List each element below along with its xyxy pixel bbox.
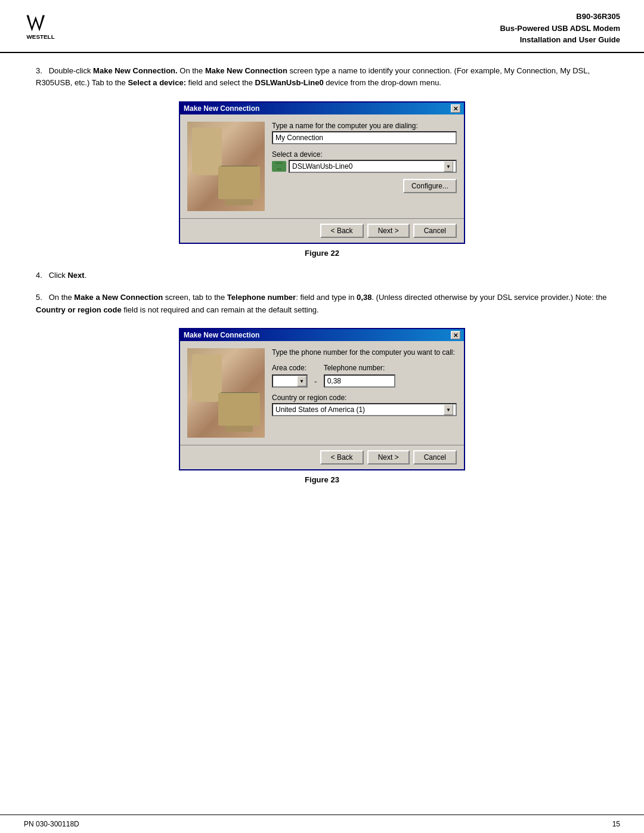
dialog1-body: Type a name for the computer you are dia… xyxy=(180,114,464,218)
step3-text: 3. Double-click Make New Connection. On … xyxy=(36,65,608,90)
svg-rect-3 xyxy=(277,168,281,170)
dialog1-next-button[interactable]: Next > xyxy=(367,224,410,238)
dialog1-titlebar: Make New Connection ✕ xyxy=(180,103,464,114)
model-number: B90-36R305 xyxy=(500,11,620,23)
telephone-label: Telephone number: xyxy=(324,364,395,372)
monitor-illustration xyxy=(218,166,260,199)
dialog1-title: Make New Connection xyxy=(184,104,259,113)
step5-number: 5. xyxy=(36,293,42,302)
product-name: Bus-Powered USB ADSL Modem xyxy=(500,23,620,35)
country-arrow-icon: ▼ xyxy=(444,404,453,415)
phone-separator: - xyxy=(312,377,319,386)
guide-title: Installation and User Guide xyxy=(500,34,620,46)
device-select-value: DSLWanUsb-Line0 xyxy=(292,162,352,171)
telephone-input[interactable] xyxy=(324,374,395,388)
country-section: Country or region code: United States of… xyxy=(272,394,457,416)
dialog1: Make New Connection ✕ Type a name for th… xyxy=(179,101,465,244)
phone-illustration2 xyxy=(192,354,222,402)
monitor-illustration2 xyxy=(218,393,260,426)
dialog2-top-label: Type the phone number for the computer y… xyxy=(272,348,457,357)
monitor-base2 xyxy=(225,426,253,432)
dialog1-close-button[interactable]: ✕ xyxy=(451,104,460,113)
step5-bold1: Make a New Connection xyxy=(74,293,163,302)
dialog1-name-label: Type a name for the computer you are dia… xyxy=(272,122,457,130)
figure23-caption: Figure 23 xyxy=(36,475,608,484)
dialog1-footer: < Back Next > Cancel xyxy=(180,218,464,243)
page-header: WESTELL B90-36R305 Bus-Powered USB ADSL … xyxy=(0,0,644,53)
footer-page: 15 xyxy=(612,820,620,828)
step5-bold4: Country or region code xyxy=(36,305,122,314)
device-icon xyxy=(272,161,286,172)
area-code-label: Area code: xyxy=(272,364,308,372)
figure23-container: Make New Connection ✕ Type the phone num… xyxy=(36,328,608,470)
figure22-container: Make New Connection ✕ Type a name for th… xyxy=(36,101,608,244)
step3-number: 3. xyxy=(36,66,42,75)
country-select-dropdown[interactable]: United States of America (1) ▼ xyxy=(272,403,457,416)
step5-bold3: 0,38 xyxy=(357,293,371,302)
dialog2-footer: < Back Next > Cancel xyxy=(180,445,464,469)
dialog2: Make New Connection ✕ Type the phone num… xyxy=(179,328,465,470)
configure-button[interactable]: Configure... xyxy=(403,179,457,193)
footer-pn: PN 030-300118D xyxy=(24,820,79,828)
svg-rect-2 xyxy=(275,162,283,164)
step5-text: 5. On the Make a New Connection screen, … xyxy=(36,292,608,317)
dialog1-cancel-button[interactable]: Cancel xyxy=(413,224,457,238)
company-logo: WESTELL xyxy=(24,11,78,42)
step3-bold1: Make New Connection. xyxy=(93,66,178,75)
area-code-value xyxy=(273,377,275,385)
connection-name-input[interactable] xyxy=(272,131,457,144)
svg-text:WESTELL: WESTELL xyxy=(27,33,55,40)
dialog2-body: Type the phone number for the computer y… xyxy=(180,341,464,445)
device-select-dropdown[interactable]: DSLWanUsb-Line0 ▼ xyxy=(289,160,457,173)
step4-number: 4. xyxy=(36,271,42,280)
phone-illustration xyxy=(192,128,222,175)
dialog1-label1: Type a name for the computer you are dia… xyxy=(272,122,457,144)
select-arrow-icon: ▼ xyxy=(444,161,453,172)
dialog2-titlebar: Make New Connection ✕ xyxy=(180,329,464,341)
dialog1-device-section: Select a device: DSLWanUsb-Line0 xyxy=(272,150,457,173)
area-code-arrow-icon: ▼ xyxy=(297,376,306,386)
dialog2-back-button[interactable]: < Back xyxy=(320,450,364,465)
country-value: United States of America (1) xyxy=(275,405,365,414)
dialog2-close-button[interactable]: ✕ xyxy=(451,331,460,339)
header-title-block: B90-36R305 Bus-Powered USB ADSL Modem In… xyxy=(500,11,620,46)
monitor-base xyxy=(225,199,253,205)
phone-number-row: Area code: ▼ - Telephone number: xyxy=(272,364,457,388)
area-code-field: Area code: ▼ xyxy=(272,364,308,388)
dialog2-form: Type the phone number for the computer y… xyxy=(272,348,457,438)
main-content: 3. Double-click Make New Connection. On … xyxy=(0,53,644,509)
dialog2-title: Make New Connection xyxy=(184,331,259,339)
dialog1-device-label: Select a device: xyxy=(272,150,457,159)
step3-bold4: DSLWanUsb-Line0 xyxy=(255,78,324,87)
step5-bold2: Telephone number xyxy=(227,293,296,302)
dialog1-back-button[interactable]: < Back xyxy=(320,224,364,238)
dialog1-image xyxy=(187,122,265,211)
step4-bold: Next xyxy=(67,271,84,280)
dialog2-image xyxy=(187,348,265,438)
telephone-field: Telephone number: xyxy=(324,364,395,388)
dialog2-cancel-button[interactable]: Cancel xyxy=(413,450,457,465)
step3-bold2: Make New Connection xyxy=(205,66,287,75)
device-row: DSLWanUsb-Line0 ▼ xyxy=(272,160,457,173)
dialog2-next-button[interactable]: Next > xyxy=(367,450,410,465)
step3-bold3: Select a device: xyxy=(128,78,186,87)
dialog1-form: Type a name for the computer you are dia… xyxy=(272,122,457,211)
country-label: Country or region code: xyxy=(272,394,457,402)
figure22-caption: Figure 22 xyxy=(36,249,608,258)
step4-text: 4. Click Next. xyxy=(36,270,608,282)
area-code-select[interactable]: ▼ xyxy=(272,374,308,388)
page-footer: PN 030-300118D 15 xyxy=(0,815,644,833)
